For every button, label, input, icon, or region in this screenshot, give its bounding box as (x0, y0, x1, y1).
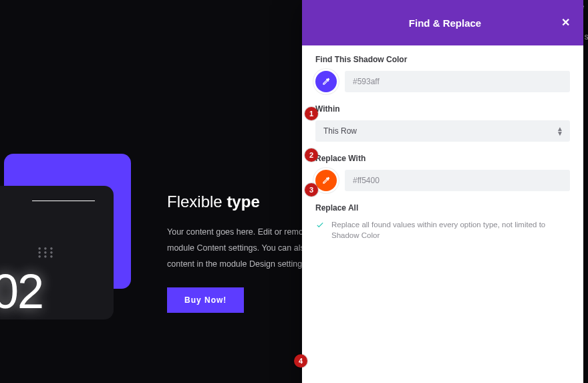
replace-color-swatch-button[interactable] (315, 170, 337, 191)
check-icon[interactable] (315, 220, 325, 229)
within-label: Within (315, 104, 570, 114)
annotation-badge-3: 3 (305, 183, 318, 197)
eyedropper-icon (321, 176, 331, 185)
replace-all-label: Replace All (315, 203, 570, 213)
annotation-badge-1: 1 (305, 107, 318, 120)
replace-all-description: Replace all found values within every op… (331, 219, 570, 241)
find-label: Find This Shadow Color (315, 55, 570, 64)
replace-with-label: Replace With (315, 154, 570, 163)
replace-color-input[interactable] (345, 170, 570, 191)
section-title: Flexible type (167, 193, 260, 211)
modal-title: Find & Replace (409, 17, 481, 29)
find-color-swatch-button[interactable] (315, 71, 337, 92)
buy-now-button[interactable]: Buy Now! (167, 287, 244, 313)
section-number: 02 (0, 264, 43, 319)
annotation-badge-2: 2 (305, 148, 318, 162)
modal-header: Find & Replace ✕ (302, 0, 583, 45)
eyedropper-icon (321, 77, 331, 86)
close-icon[interactable]: ✕ (561, 17, 570, 28)
find-replace-modal: Find & Replace ✕ Find This Shadow Color … (302, 0, 583, 383)
annotation-badge-4: 4 (294, 354, 307, 368)
within-select[interactable] (315, 120, 570, 142)
drag-dots-icon: ●●●●●●●●● (38, 247, 56, 259)
find-color-input[interactable] (345, 71, 570, 92)
